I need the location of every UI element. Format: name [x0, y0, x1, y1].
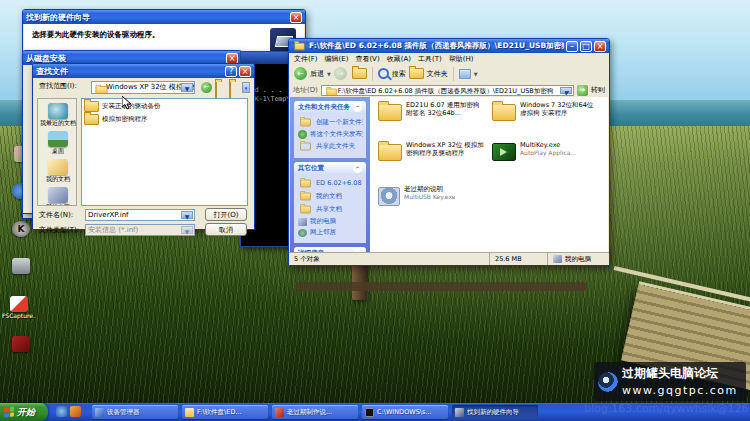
chevron-down-icon[interactable]: ▼: [327, 71, 331, 77]
menu-favorites[interactable]: 收藏(A): [387, 54, 411, 64]
other-place-item[interactable]: 我的电脑: [298, 217, 363, 226]
new-folder-icon[interactable]: [229, 82, 240, 93]
task-button-device-manager[interactable]: 设备管理器: [92, 405, 178, 419]
maximize-icon[interactable]: □: [580, 41, 592, 52]
chevron-down-icon[interactable]: ▼: [181, 211, 193, 219]
wizard-titlebar[interactable]: 找到新的硬件向导 ×: [23, 10, 305, 24]
forward-icon[interactable]: →: [334, 67, 347, 80]
back-icon[interactable]: ←: [294, 67, 307, 80]
place-my-documents[interactable]: 我的文档: [38, 159, 77, 182]
publish-web-icon: [298, 130, 307, 139]
task-box-header[interactable]: 文件和文件夹任务^: [294, 101, 366, 114]
locate-file-title: 查找文件: [36, 66, 223, 77]
task-box-other-places: 其它位置^ ED 6.02+6.08 插件版（... 我的文档 共享文档 我的电…: [294, 162, 366, 243]
hardware-wizard-icon: [455, 408, 464, 417]
watermark-forum-name: 过期罐头电脑论坛: [622, 366, 742, 381]
folders-label[interactable]: 文件夹: [427, 69, 448, 79]
status-object-count: 5 个对象: [289, 255, 489, 264]
other-place-item[interactable]: 我的文档: [298, 191, 363, 202]
task-button-hardware-wizard[interactable]: 找到新的硬件向导: [452, 405, 538, 419]
place-my-computer[interactable]: 我的电脑: [38, 187, 77, 206]
list-item[interactable]: 安装正确的驱动备份: [84, 101, 245, 112]
chevron-up-icon[interactable]: ^: [353, 164, 362, 173]
desktop-icon[interactable]: [4, 336, 38, 352]
chevron-down-icon[interactable]: ▼: [560, 87, 572, 94]
quick-launch-icon[interactable]: [70, 406, 81, 417]
task-button-notes[interactable]: 老过期制作说...: [272, 405, 358, 419]
views-icon[interactable]: ▾: [242, 82, 250, 93]
help-icon[interactable]: ?: [225, 66, 237, 77]
quick-launch-icon[interactable]: [56, 406, 67, 417]
file-type-label: 文件类型(T):: [39, 226, 79, 235]
folders-icon[interactable]: [409, 68, 424, 79]
chevron-up-icon[interactable]: ^: [353, 103, 362, 112]
address-input[interactable]: F:\软件盘\ED 6.02+6.08 插件版（西递春风推荐版）\ED21U_U…: [321, 85, 574, 96]
menu-file[interactable]: 文件(F): [294, 54, 318, 64]
close-icon[interactable]: ×: [594, 41, 606, 52]
red-app-icon: [12, 336, 30, 352]
menu-view[interactable]: 查看(V): [355, 54, 379, 64]
explorer-titlebar[interactable]: F:\软件盘\ED 6.02+6.08 插件版（西递春风推荐版）\ED21U_U…: [289, 39, 609, 53]
menu-help[interactable]: 帮助(H): [449, 54, 474, 64]
open-button[interactable]: 打开(O): [205, 208, 247, 221]
share-folder-icon: [300, 143, 311, 151]
list-item[interactable]: 模拟加密狗程序: [84, 114, 245, 125]
task-item[interactable]: 创建一个新文件夹: [298, 117, 363, 128]
task-button-explorer[interactable]: F:\软件盘\ED...: [182, 405, 268, 419]
go-icon[interactable]: ➜: [577, 85, 588, 96]
look-in-combobox[interactable]: Windows XP 32位 模拟加密狗临时文件夹 ▼: [91, 81, 195, 94]
task-item[interactable]: 共享此文件夹: [298, 141, 363, 152]
file-item[interactable]: ED21U 6.07 通用加密狗 附签名 32位64b...: [378, 101, 484, 121]
back-icon[interactable]: ←: [201, 82, 212, 93]
my-computer-icon: [298, 218, 307, 226]
multikey-app-icon: [492, 143, 516, 161]
explorer-statusbar: 5 个对象 25.6 MB 我的电脑: [289, 252, 609, 265]
chevron-down-icon[interactable]: ▼: [181, 83, 193, 92]
explorer-task-pane: 文件和文件夹任务^ 创建一个新文件夹 将这个文件夹发布到 Web 共享此文件夹 …: [290, 97, 370, 253]
watermark-url: www.gqgtpc.com: [622, 384, 742, 398]
shared-documents-icon: [300, 206, 311, 214]
task-box-header[interactable]: 其它位置^: [294, 162, 366, 175]
menu-tools[interactable]: 工具(T): [418, 54, 442, 64]
up-one-level-icon[interactable]: [215, 82, 226, 93]
start-button[interactable]: 开始: [0, 403, 48, 421]
locate-file-titlebar[interactable]: 查找文件 ? ×: [33, 64, 254, 78]
desktop-icon-fscapture[interactable]: FSCapture...: [2, 296, 36, 319]
chevron-down-icon[interactable]: ▼: [474, 71, 478, 77]
file-item[interactable]: Windows 7 32位和64位 虚拟狗 安装程序: [492, 101, 598, 121]
other-place-item[interactable]: 网上邻居: [298, 228, 363, 237]
back-label[interactable]: 后退: [310, 69, 324, 79]
other-place-item[interactable]: ED 6.02+6.08 插件版（...: [298, 178, 363, 189]
menu-edit[interactable]: 编辑(E): [325, 54, 349, 64]
task-item[interactable]: 将这个文件夹发布到 Web: [298, 130, 363, 139]
go-label[interactable]: 转到: [591, 85, 605, 95]
desktop-icon[interactable]: [4, 258, 38, 274]
other-place-item[interactable]: 共享文档: [298, 204, 363, 215]
close-icon[interactable]: ×: [239, 66, 251, 77]
file-item-multiusb[interactable]: 老过期的说明MultiUSB Key.exe: [378, 185, 484, 206]
close-icon[interactable]: ×: [226, 53, 238, 64]
file-name-combobox[interactable]: DriverXP.inf ▼: [85, 209, 195, 221]
close-icon[interactable]: ×: [290, 12, 302, 23]
search-icon[interactable]: [378, 68, 389, 79]
up-one-level-icon[interactable]: [352, 68, 367, 79]
task-button-cmd[interactable]: C:\WINDOWS\s...: [362, 405, 448, 419]
cancel-button[interactable]: 取消: [205, 223, 247, 236]
file-item[interactable]: Windows XP 32位 模拟加密狗程序及驱动程序: [378, 141, 484, 161]
search-label[interactable]: 搜索: [392, 69, 406, 79]
command-prompt-icon: [365, 408, 374, 417]
minimize-icon[interactable]: –: [566, 41, 578, 52]
folder-icon: [84, 101, 99, 112]
wizard-title: 找到新的硬件向导: [26, 12, 288, 23]
wizard-header-text: 选择要为此硬件安装的设备驱动程序。: [32, 30, 232, 40]
place-recent-documents[interactable]: 我最近的文档: [38, 103, 77, 126]
mouse-cursor: [122, 96, 132, 110]
explorer-file-area: ED21U 6.07 通用加密狗 附签名 32位64b... Windows 7…: [370, 97, 608, 253]
address-label: 地址(D): [293, 85, 318, 95]
window-locate-file: 查找文件 ? × 查找范围(I): Windows XP 32位 模拟加密狗临时…: [32, 63, 255, 230]
chevron-down-icon: ▼: [181, 226, 193, 234]
place-desktop[interactable]: 桌面: [38, 131, 77, 154]
views-icon[interactable]: [459, 69, 471, 79]
file-item-multikey[interactable]: MultiKey.exeAutoPlay Applica...: [492, 141, 598, 161]
explorer-addressbar: 地址(D) F:\软件盘\ED 6.02+6.08 插件版（西递春风推荐版）\E…: [290, 83, 608, 98]
